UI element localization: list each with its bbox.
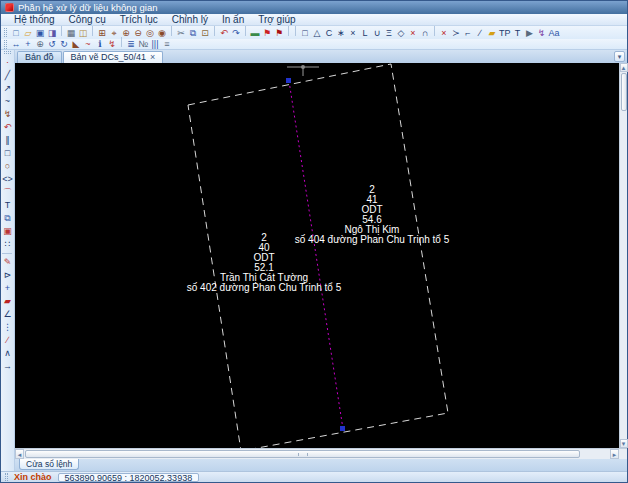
vertex-marker-top	[286, 78, 291, 83]
edit-vertex-tool-icon[interactable]: ✎	[2, 256, 14, 269]
separator	[121, 37, 122, 47]
split-node-tool-icon[interactable]: ⊳	[2, 269, 14, 282]
delete-feature-tool-icon[interactable]: ▰	[2, 295, 14, 308]
menu-cong-cu[interactable]: Công cụ	[62, 14, 113, 25]
parcel-address: số 402 đường Phan Chu Trinh tổ 5	[187, 283, 341, 293]
separator	[295, 26, 296, 36]
scroll-right-icon[interactable]: ►	[610, 449, 619, 459]
menu-in-an[interactable]: In ấn	[215, 14, 251, 25]
draw-xi-icon[interactable]: Ξ	[383, 28, 395, 40]
separator	[434, 26, 435, 36]
toolbar-grip	[4, 28, 7, 37]
delete-shape-icon[interactable]: ×	[407, 28, 419, 40]
align-tool-icon[interactable]: →	[2, 360, 14, 373]
label-tp-icon[interactable]: TP	[498, 28, 512, 40]
vertical-scroll-thumb[interactable]	[621, 73, 627, 111]
scroll-down-icon[interactable]: ▼	[620, 439, 628, 448]
draw-diamond-icon[interactable]: ◇	[395, 28, 407, 40]
horizontal-scroll-thumb[interactable]	[25, 450, 580, 458]
undo-icon[interactable]: ↶	[218, 28, 230, 40]
separator	[245, 26, 246, 36]
close-tab-icon[interactable]: ×	[150, 53, 155, 62]
measure-angle-tool-icon[interactable]: ∠	[2, 308, 14, 321]
draw-star-icon[interactable]: ∗	[335, 28, 347, 40]
scroll-up-icon[interactable]: ▲	[620, 63, 628, 72]
status-bar: Xin chào 563890.90659 : 1820052.33938	[1, 471, 627, 482]
move-feature-tool-icon[interactable]: +	[2, 282, 14, 295]
drawing-tool-palette: ·╱↗~↯↶∥□○<>⌒T⧉▣∷✎⊳+▰∠⋮∕∧→	[1, 50, 15, 471]
undo-segment-tool-icon[interactable]: ↶	[2, 121, 14, 134]
map-canvas[interactable]: 2 41 ODT 54.6 Ngô Thị Kim số 404 đường P…	[15, 63, 619, 448]
separator	[92, 26, 93, 36]
status-grip	[5, 473, 8, 481]
draw-line-tool-icon[interactable]: ╱	[2, 69, 14, 82]
fill-parcel-icon[interactable]: ⚑	[261, 28, 273, 40]
split-edge-icon[interactable]: ∕	[474, 28, 486, 40]
draw-arc-tool-icon[interactable]: ⌒	[2, 186, 14, 199]
command-window-tab[interactable]: Cửa sổ lệnh	[19, 459, 79, 470]
cut-icon[interactable]: ✂	[175, 28, 187, 40]
toolbar-row-2: ↔+⊕↺↻◣~ℹ↯≣№|||≡	[1, 39, 627, 50]
menu-chinh-ly[interactable]: Chỉnh lý	[165, 14, 215, 25]
separator	[2, 253, 12, 254]
smooth-tool-icon[interactable]: ∧	[2, 347, 14, 360]
separator	[214, 26, 215, 36]
sketch-tool-icon[interactable]: ∕	[2, 334, 14, 347]
parallel-line-tool-icon[interactable]: ∥	[2, 134, 14, 147]
vertex-marker-bottom	[340, 426, 345, 431]
label-t-icon[interactable]: T	[512, 28, 524, 40]
horizontal-scrollbar: ◄ ►	[15, 448, 627, 459]
menu-bar: Hệ thống Công cụ Trích lục Chỉnh lý In ấ…	[1, 14, 627, 26]
menu-trich-luc[interactable]: Trích lục	[113, 14, 165, 25]
draw-rectangle-icon[interactable]: □	[299, 28, 311, 40]
palette-grip	[4, 51, 11, 54]
copy-icon[interactable]: ⧉	[187, 28, 199, 40]
pick-label-icon[interactable]: ▶	[524, 28, 536, 40]
snap-tool-icon[interactable]: ∷	[2, 238, 14, 251]
color-scale-icon[interactable]: ▬	[249, 28, 261, 40]
strike-text-icon[interactable]: ↯	[536, 28, 548, 40]
menu-he-thong[interactable]: Hệ thống	[7, 14, 62, 25]
draw-zigzag-tool-icon[interactable]: ↯	[2, 108, 14, 121]
tab-list-button[interactable]: ▾	[614, 51, 625, 62]
draw-polyline-tool-icon[interactable]: ↗	[2, 82, 14, 95]
paste-icon[interactable]: ⊡	[199, 28, 211, 40]
chart-tool-icon[interactable]: ⋮	[2, 321, 14, 334]
join-corner-icon[interactable]: ⌐	[462, 28, 474, 40]
fill-parcel-alt-icon[interactable]: ⚑	[273, 28, 285, 40]
vertical-scrollbar: ▲ ▼	[619, 63, 627, 448]
toolbar-grip	[4, 40, 7, 49]
redo-icon[interactable]: ↷	[230, 28, 242, 40]
draw-cross-icon[interactable]: ×	[347, 28, 359, 40]
scroll-left-icon[interactable]: ◄	[15, 449, 24, 459]
app-icon	[5, 3, 14, 12]
font-style-icon[interactable]: Aa	[548, 28, 561, 40]
draw-circle-tool-icon[interactable]: ○	[2, 160, 14, 173]
select-point-tool-icon[interactable]: ·	[2, 56, 14, 69]
tab-ban-do[interactable]: Bản đồ	[17, 51, 62, 63]
copy-feature-tool-icon[interactable]: ⧉	[2, 212, 14, 225]
select-vertex-icon[interactable]: ≻	[450, 28, 462, 40]
text-tool-icon[interactable]: T	[2, 199, 14, 212]
parcel-label-40[interactable]: 2 40 ODT 52.1 Trần Thị Cát Tường số 402 …	[187, 233, 341, 293]
draw-ushape-icon[interactable]: ∪	[371, 28, 383, 40]
erase-node-icon[interactable]: ×	[438, 28, 450, 40]
window-title: Phần hệ xử lý dữ liệu không gian	[18, 2, 157, 13]
draw-arc-icon[interactable]: ∩	[419, 28, 431, 40]
work-area: Bản đồ Bản vẽ DCs_50/41 × ▾	[15, 50, 627, 471]
title-bar[interactable]: Phần hệ xử lý dữ liệu không gian	[1, 1, 627, 14]
draw-rect-tool-icon[interactable]: □	[2, 147, 14, 160]
add-feature-tool-icon[interactable]: ▣	[2, 225, 14, 238]
draw-spline-tool-icon[interactable]: ~	[2, 95, 14, 108]
draw-angle-icon[interactable]: L	[359, 28, 371, 40]
draw-triangle-icon[interactable]: △	[311, 28, 323, 40]
palette-icons: ·╱↗~↯↶∥□○<>⌒T⧉▣∷✎⊳+▰∠⋮∕∧→	[2, 56, 14, 373]
separator	[288, 26, 289, 36]
separator	[61, 26, 62, 36]
draw-curve-icon[interactable]: C	[323, 28, 335, 40]
tab-label: Bản đồ	[25, 52, 54, 63]
angle-bracket-tool-icon[interactable]: <>	[2, 173, 14, 186]
paint-brush-icon[interactable]: ▰	[486, 28, 498, 40]
tab-ban-ve-dcs-50-41[interactable]: Bản vẽ DCs_50/41 ×	[63, 51, 164, 63]
menu-tro-giup[interactable]: Trợ giúp	[251, 14, 302, 25]
